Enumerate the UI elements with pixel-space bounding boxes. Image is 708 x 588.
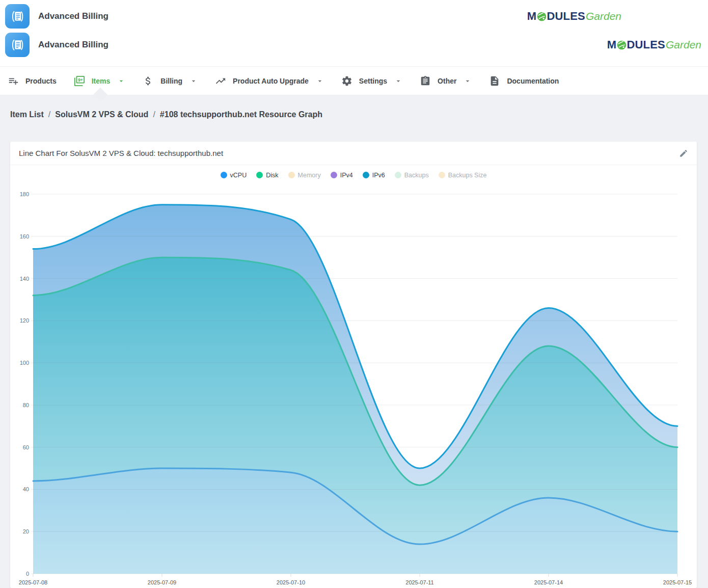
- main-nav: Products9+ItemsBillingProduct Auto Upgra…: [0, 66, 708, 95]
- edit-chart-button[interactable]: [679, 149, 688, 158]
- chevron-down-icon: [189, 77, 198, 85]
- page: Advanced Billing MDULESGarden Advanced B…: [0, 0, 708, 588]
- legend-dot: [363, 172, 369, 178]
- legend-item-vcpu[interactable]: vCPU: [221, 172, 247, 179]
- resource-line-chart: 0204060801001201401601802025-07-082025-0…: [10, 183, 697, 588]
- x-axis-label: 2025-07-10: [277, 579, 305, 585]
- chevron-down-icon: [464, 77, 472, 85]
- breadcrumb-separator: /: [153, 110, 155, 119]
- y-axis-label: 0: [26, 571, 29, 577]
- logo-text-garden: Garden: [586, 10, 621, 22]
- advanced-billing-app-icon: [5, 33, 30, 57]
- clipboard-icon: [420, 75, 431, 87]
- nav-item-settings[interactable]: Settings: [341, 75, 402, 87]
- logo-text-m: M: [607, 38, 617, 51]
- y-axis-label: 120: [20, 317, 29, 324]
- nav-item-label: Product Auto Upgrade: [233, 77, 309, 85]
- legend-label: IPv4: [340, 172, 353, 179]
- y-axis-label: 180: [20, 191, 29, 197]
- logo-text-garden: Garden: [666, 39, 701, 51]
- nav-item-label: Other: [438, 77, 456, 85]
- legend-dot: [288, 172, 295, 178]
- legend-item-disk[interactable]: Disk: [256, 172, 278, 179]
- logo-text-m: M: [527, 10, 537, 23]
- y-axis-label: 80: [23, 402, 29, 408]
- legend-label: Backups: [404, 172, 429, 179]
- brand-row-1: Advanced Billing MDULESGarden: [5, 4, 708, 29]
- legend-label: IPv6: [372, 172, 385, 179]
- legend-dot: [256, 172, 263, 178]
- trending-up-icon: [215, 75, 226, 87]
- globe-icon: [537, 12, 547, 21]
- x-axis-label: 2025-07-14: [534, 579, 563, 585]
- legend-label: Disk: [266, 172, 278, 179]
- content-area: Line Chart For SolusVM 2 VPS & Cloud: te…: [0, 142, 708, 588]
- logo-text-dules: DULES: [547, 10, 585, 23]
- chart-card: Line Chart For SolusVM 2 VPS & Cloud: te…: [10, 142, 697, 588]
- legend-dot: [221, 172, 227, 178]
- nav-item-label: Items: [92, 77, 111, 85]
- y-axis-label: 140: [20, 276, 29, 282]
- gear-icon: [341, 75, 352, 87]
- breadcrumb-item[interactable]: SolusVM 2 VPS & Cloud: [55, 110, 148, 119]
- legend-item-backups-size[interactable]: Backups Size: [439, 172, 487, 179]
- billing-document-icon: [10, 37, 25, 53]
- legend-dot: [439, 172, 445, 178]
- y-axis-label: 160: [20, 233, 29, 239]
- svg-text:9+: 9+: [78, 77, 83, 82]
- y-axis-label: 40: [23, 486, 29, 492]
- card-header: Line Chart For SolusVM 2 VPS & Cloud: te…: [10, 142, 697, 165]
- legend-item-memory[interactable]: Memory: [288, 172, 321, 179]
- modulesgarden-logo: MDULESGarden: [607, 38, 701, 51]
- legend-dot: [331, 172, 337, 178]
- legend-label: Backups Size: [448, 172, 487, 179]
- legend-item-ipv6[interactable]: IPv6: [363, 172, 385, 179]
- nav-item-label: Products: [25, 77, 57, 85]
- nav-item-items[interactable]: 9+Items: [74, 75, 126, 87]
- app-title: Advanced Billing: [38, 40, 108, 50]
- modulesgarden-logo: MDULESGarden: [527, 10, 621, 23]
- chevron-down-icon: [117, 77, 125, 85]
- nav-item-other[interactable]: Other: [420, 75, 472, 87]
- breadcrumb-item: #108 techsupporthub.net Resource Graph: [160, 110, 322, 119]
- dollar-icon: [143, 75, 154, 87]
- chevron-down-icon: [316, 77, 324, 85]
- pencil-icon: [679, 149, 688, 158]
- nav-item-billing[interactable]: Billing: [143, 75, 198, 87]
- nav-item-label: Billing: [160, 77, 182, 85]
- nav-item-label: Documentation: [507, 77, 559, 85]
- document-icon: [489, 75, 500, 87]
- card-title: Line Chart For SolusVM 2 VPS & Cloud: te…: [19, 149, 223, 157]
- app-title: Advanced Billing: [38, 11, 108, 21]
- playlist-add-icon: [8, 75, 19, 87]
- billing-document-icon: [10, 9, 25, 24]
- logo-text-dules: DULES: [627, 38, 665, 51]
- nav-item-product-auto-upgrade[interactable]: Product Auto Upgrade: [215, 75, 324, 87]
- x-axis-label: 2025-07-08: [19, 579, 47, 585]
- chart-legend: vCPUDiskMemoryIPv4IPv6BackupsBackups Siz…: [10, 165, 697, 183]
- x-axis-label: 2025-07-15: [663, 579, 692, 585]
- app-header: Advanced Billing MDULESGarden Advanced B…: [0, 0, 708, 66]
- x-axis-label: 2025-07-11: [405, 579, 433, 585]
- breadcrumb-item[interactable]: Item List: [10, 110, 44, 119]
- chevron-down-icon: [394, 77, 402, 85]
- nine-plus-icon: 9+: [74, 75, 85, 87]
- y-axis-label: 100: [20, 360, 29, 366]
- brand-row-2: Advanced Billing MDULESGarden: [5, 32, 708, 58]
- legend-label: vCPU: [230, 172, 247, 179]
- x-axis-label: 2025-07-09: [148, 579, 176, 585]
- legend-label: Memory: [298, 172, 321, 179]
- nav-item-documentation[interactable]: Documentation: [489, 75, 559, 87]
- y-axis-label: 20: [23, 528, 29, 534]
- legend-dot: [395, 172, 401, 178]
- globe-icon: [617, 40, 627, 50]
- advanced-billing-app-icon: [5, 4, 30, 29]
- nav-item-products[interactable]: Products: [8, 75, 57, 87]
- nav-item-label: Settings: [359, 77, 387, 85]
- y-axis-label: 60: [23, 444, 29, 450]
- legend-item-ipv4[interactable]: IPv4: [331, 172, 353, 179]
- breadcrumb: Item List/SolusVM 2 VPS & Cloud/#108 tec…: [0, 95, 708, 142]
- legend-item-backups[interactable]: Backups: [395, 172, 429, 179]
- breadcrumb-separator: /: [48, 110, 50, 119]
